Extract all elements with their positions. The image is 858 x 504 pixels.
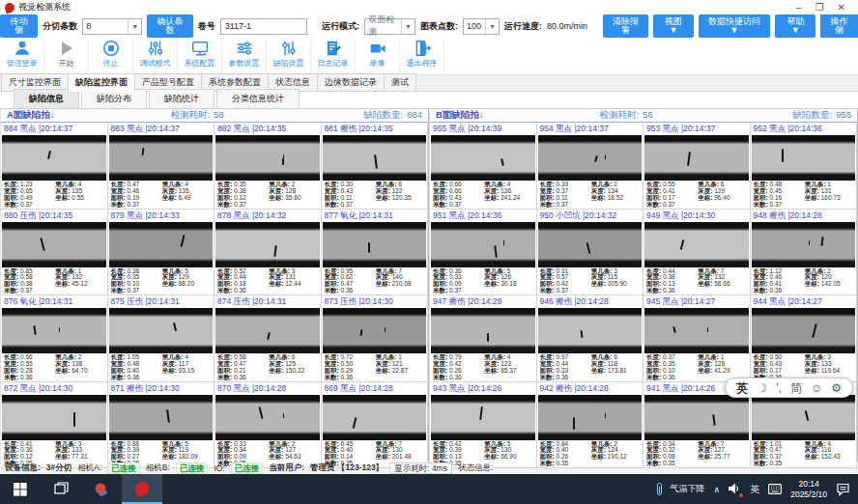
main-tab-6[interactable]: 测试 xyxy=(384,73,416,91)
clear-alarm-button[interactable]: 清除报警 xyxy=(603,14,649,38)
defect-cell[interactable]: 872 黑点 |20:14:30长度: 0.41宽度: 0.36面积: 0.12… xyxy=(1,382,108,469)
tray-expand-chevron[interactable]: ∧ xyxy=(714,485,721,494)
taskbar-active-app-button[interactable] xyxy=(122,474,162,504)
defect-cell[interactable]: 944 黑点 |20:14:27长度: 0.50宽度: 0.43面积: 0.17… xyxy=(751,295,858,382)
help-menu-button[interactable]: 帮助 ▼ xyxy=(775,14,815,38)
stop-button[interactable]: 停止 xyxy=(89,38,133,74)
defect-cell[interactable]: 880 压伤 |20:14:35长度: 0.85宽度: 0.58面积: 0.38… xyxy=(1,210,108,296)
drive-side-button[interactable]: 传动侧 xyxy=(0,14,38,38)
defect-cell[interactable]: 882 黑点 |20:14:35长度: 0.35宽度: 0.38面积: 0.12… xyxy=(214,123,322,210)
close-button[interactable]: ✕ xyxy=(838,2,845,13)
debug-mode-button[interactable]: 调试模式 xyxy=(133,38,178,74)
defect-cell[interactable]: 870 黑点 |20:14:28长度: 0.33宽度: 0.34面积: 0.09… xyxy=(214,382,322,469)
roll-number-input[interactable]: 3117-1 xyxy=(220,18,307,35)
defect-info-right: 第几条: 2灰度: 128坐标: 35.60 xyxy=(269,182,319,209)
notification-center-icon[interactable] xyxy=(836,483,850,496)
volume-icon[interactable] xyxy=(729,483,741,496)
defect-cell[interactable]: 955 黑点 |20:14:39长度: 0.66宽度: 0.66面积: 0.43… xyxy=(430,123,537,210)
exit-program-button[interactable]: 退出程序 xyxy=(400,38,444,74)
defect-info-left: 长度: 0.97宽度: 0.44面积: 0.33米数: 0.36 xyxy=(540,354,590,381)
sub-tab-3[interactable]: 分类信息统计 xyxy=(216,89,300,108)
sub-tab-0[interactable]: 缺陷信息 xyxy=(14,89,79,108)
defect-cell[interactable]: 884 黑点 |20:14:37长度: 1.23宽度: 0.65面积: 0.49… xyxy=(1,123,108,210)
log-record-button[interactable]: 日志记录 xyxy=(311,38,356,74)
ime-settings-gear-icon[interactable]: ⚙ xyxy=(831,382,842,394)
task-view-button[interactable] xyxy=(41,474,81,504)
defect-cell[interactable]: 883 黑点 |20:14:37长度: 0.47宽度: 0.46面积: 0.19… xyxy=(108,123,215,210)
admin-login-button[interactable]: 管理登录 xyxy=(0,38,44,74)
defect-info-right: 第几条: 6灰度: 125坐标: 150.22 xyxy=(269,354,319,381)
main-tab-5[interactable]: 边缘数据记录 xyxy=(317,73,385,91)
defect-label: 945 黑点 |20:14:27 xyxy=(644,295,750,308)
slit-count-select[interactable]: 8 ▼ xyxy=(82,18,142,35)
defect-label: 877 氧化 |20:14:31 xyxy=(322,210,428,222)
defect-cell[interactable]: 875 压伤 |20:14:31长度: 1.05宽度: 0.48面积: 0.40… xyxy=(108,295,215,382)
sub-tab-2[interactable]: 缺陷统计 xyxy=(149,89,214,108)
defect-cell[interactable]: 953 黑点 |20:14:37长度: 0.55宽度: 0.41面积: 0.17… xyxy=(644,123,751,210)
run-mode-select[interactable]: 双面检测 ▼ xyxy=(364,18,415,35)
clock[interactable]: 20:14 2025/2/10 xyxy=(790,479,827,499)
ime-fullhalf-moon-icon[interactable]: ☽ xyxy=(757,382,767,394)
defect-cell[interactable]: 952 黑点 |20:14:36长度: 0.48宽度: 0.45面积: 0.16… xyxy=(751,123,858,210)
chart-points-select[interactable]: 100 ▼ xyxy=(463,18,500,35)
defect-grid: 955 黑点 |20:14:39长度: 0.66宽度: 0.66面积: 0.43… xyxy=(430,123,857,468)
defect-cell[interactable]: 869 黑点 |20:14:28长度: 0.45宽度: 0.40面积: 0.14… xyxy=(322,382,429,469)
start-button[interactable]: 开始 xyxy=(44,38,89,74)
defect-label: 954 黑点 |20:14:37 xyxy=(537,123,644,135)
defect-cell[interactable]: 951 黑点 |20:14:36长度: 0.36宽度: 0.33面积: 0.09… xyxy=(430,210,537,296)
panel-header: B面缺陷拍↓检测耗时:56缺陷数量:955 xyxy=(430,109,857,123)
operator-side-button[interactable]: 操作侧 xyxy=(820,14,858,38)
defect-cell[interactable]: 876 氧化 |20:14:31长度: 0.66宽度: 0.55面积: 0.28… xyxy=(1,295,108,382)
defect-cell[interactable]: 878 黑点 |20:14:32长度: 0.52宽度: 0.44面积: 0.18… xyxy=(214,210,322,296)
ime-punctuation-toggle[interactable]: ’, xyxy=(776,382,782,394)
defect-info-left: 长度: 0.47宽度: 0.46面积: 0.19米数: 0.37 xyxy=(111,182,161,209)
defect-cell[interactable]: 874 压伤 |20:14:31长度: 0.58宽度: 0.47面积: 0.21… xyxy=(214,295,322,382)
defect-image xyxy=(644,395,749,440)
camera-b-status: 已连接 xyxy=(176,462,209,474)
taskbar-app-button[interactable] xyxy=(81,474,122,504)
maximize-button[interactable]: ❐ xyxy=(815,2,824,13)
defect-info-left: 长度: 0.91宽度: 0.57面积: 0.42米数: 0.37 xyxy=(540,268,590,295)
defect-cell[interactable]: 877 氧化 |20:14:31长度: 0.95宽度: 0.62面积: 0.47… xyxy=(322,210,429,296)
defect-cell[interactable]: 871 擦伤 |20:14:30长度: 0.88宽度: 0.39面积: 0.27… xyxy=(108,382,215,469)
ime-lang-toggle[interactable]: 英 xyxy=(736,382,748,394)
defect-cell[interactable]: 881 擦伤 |20:14:35长度: 0.30宽度: 0.43面积: 0.11… xyxy=(322,123,429,210)
device-info-label: 设备信息: xyxy=(5,462,41,474)
defect-cell[interactable]: 873 压伤 |20:14:30长度: 0.72宽度: 0.50面积: 0.29… xyxy=(322,295,429,382)
defect-info: 长度: 1.12宽度: 0.46面积: 0.41米数: 0.36第几条: 2灰度… xyxy=(751,267,857,295)
defect-cell[interactable]: 954 黑点 |20:14:37长度: 0.39宽度: 0.37面积: 0.11… xyxy=(537,123,644,210)
view-menu-button[interactable]: 视图 ▼ xyxy=(653,14,693,38)
defect-settings-button[interactable]: 缺陷设置 xyxy=(267,38,311,74)
defect-cell[interactable]: 879 黑点 |20:14:33长度: 0.38宽度: 0.35面积: 0.10… xyxy=(108,210,215,296)
defect-info: 长度: 1.23宽度: 0.65面积: 0.49米数: 0.37第几条: 4灰度… xyxy=(1,181,107,209)
defect-info: 长度: 0.47宽度: 0.46面积: 0.19米数: 0.37第几条: 4灰度… xyxy=(108,181,214,209)
defect-cell[interactable]: 949 黑点 |20:14:30长度: 0.44宽度: 0.38面积: 0.13… xyxy=(644,210,751,296)
start-button[interactable] xyxy=(0,474,41,504)
touch-keyboard-icon[interactable] xyxy=(768,484,782,494)
main-tab-1[interactable]: 缺陷监控界面 xyxy=(68,73,135,92)
sub-tab-1[interactable]: 缺陷分布 xyxy=(81,89,147,108)
defect-image xyxy=(2,222,106,267)
defect-cell[interactable]: 945 黑点 |20:14:27长度: 0.37宽度: 0.35面积: 0.10… xyxy=(644,295,751,382)
defect-cell[interactable]: 942 擦伤 |20:14:26长度: 0.84宽度: 0.40面积: 0.26… xyxy=(537,382,644,469)
confirm-count-button[interactable]: 确认条数 xyxy=(147,14,193,38)
clock-date: 2025/2/10 xyxy=(790,490,827,500)
weather-text[interactable]: 气温下降 xyxy=(671,483,705,495)
data-quick-access-button[interactable]: 数据快捷访问 ▼ xyxy=(699,14,771,38)
ime-simplified-toggle[interactable]: 简 xyxy=(790,382,802,394)
minimize-button[interactable]: – xyxy=(796,2,802,13)
defect-cell[interactable]: 946 擦伤 |20:14:28长度: 0.97宽度: 0.44面积: 0.33… xyxy=(537,295,644,382)
defect-info-left: 长度: 0.35宽度: 0.38面积: 0.12米数: 0.37 xyxy=(217,182,268,209)
defect-cell[interactable]: 948 擦伤 |20:14:28长度: 1.12宽度: 0.46面积: 0.41… xyxy=(751,210,858,296)
defect-mark xyxy=(73,412,75,427)
defect-cell[interactable]: 947 擦伤 |20:14:28长度: 0.79宽度: 0.42面积: 0.26… xyxy=(430,295,537,382)
system-config-button[interactable]: 系统配置 xyxy=(178,38,222,74)
defect-mark xyxy=(712,414,715,426)
ime-language-indicator[interactable]: 英 xyxy=(750,483,759,496)
defect-cell[interactable]: 943 黑点 |20:14:26长度: 0.42宽度: 0.39面积: 0.13… xyxy=(430,382,537,469)
ime-emoji-icon[interactable]: ☺ xyxy=(811,382,822,394)
recording-button[interactable]: 录像 xyxy=(356,38,400,74)
defect-cell[interactable]: 950 小凹坑 |20:14:32长度: 0.91宽度: 0.57面积: 0.4… xyxy=(537,210,644,296)
defect-info-left: 长度: 0.52宽度: 0.44面积: 0.18米数: 0.36 xyxy=(217,268,268,295)
parameter-settings-button[interactable]: 参数设置 xyxy=(222,38,267,74)
